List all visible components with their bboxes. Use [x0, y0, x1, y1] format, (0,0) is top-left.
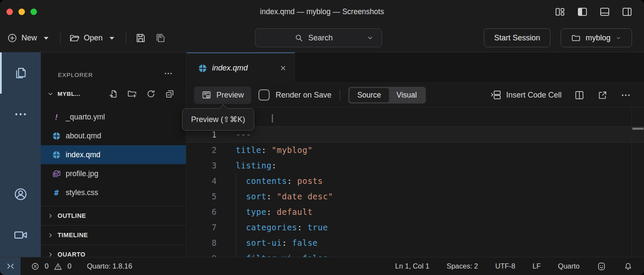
file-item-about.qmd[interactable]: about.qmd	[41, 126, 186, 145]
minimize-window-button[interactable]	[18, 9, 25, 15]
activity-item-video-camera[interactable]	[0, 214, 41, 256]
remote-indicator[interactable]	[0, 257, 21, 275]
file-item-index.qmd[interactable]: index.qmd	[41, 145, 186, 164]
indentation-setting[interactable]: Spaces: 2	[447, 262, 478, 270]
code-text: title: "myblog"	[230, 142, 313, 158]
save-button[interactable]	[135, 32, 146, 44]
section-label: TIMELINE	[58, 232, 88, 238]
workspace-tree-label: MYBL...	[58, 91, 80, 97]
visual-mode-button[interactable]: Visual	[389, 88, 425, 102]
workspace-switcher-button[interactable]: myblog	[561, 28, 632, 47]
toggle-secondary-sidebar-icon[interactable]	[621, 6, 633, 18]
close-window-button[interactable]	[6, 9, 13, 15]
start-session-button[interactable]: Start Session	[484, 28, 550, 47]
status-bar: 0 0 Quarto: 1.8.16 Ln 1, Col 1 Spaces: 2…	[0, 257, 644, 275]
code-text: categories: true	[230, 220, 328, 235]
file-label: index.qmd	[66, 150, 100, 159]
zoom-window-button[interactable]	[30, 9, 37, 15]
close-tab-icon[interactable]	[279, 64, 287, 72]
account-icon	[13, 187, 28, 202]
code-line-8[interactable]: 8 sort-ui: false	[187, 235, 644, 251]
window-controls	[6, 9, 37, 15]
code-line-1[interactable]: 1---	[187, 127, 644, 142]
activity-item-account[interactable]	[0, 174, 41, 215]
error-count: 0	[45, 262, 49, 270]
bell-icon[interactable]	[623, 262, 633, 271]
warning-icon	[54, 262, 62, 271]
refresh-icon[interactable]	[146, 89, 156, 99]
preview-button[interactable]: Preview	[194, 86, 251, 104]
insert-code-cell-label: Insert Code Cell	[506, 91, 562, 100]
search-icon	[294, 33, 304, 43]
line-number: 4	[187, 173, 230, 189]
save-all-button[interactable]	[155, 32, 166, 44]
activity-item-ellipsis[interactable]	[0, 94, 41, 135]
line-number: 6	[187, 204, 230, 220]
code-line-5[interactable]: 5 sort: "date desc"	[187, 189, 644, 204]
chevron-down-icon	[615, 35, 622, 41]
image-file-icon	[52, 169, 61, 178]
new-button[interactable]: New	[7, 33, 52, 43]
sidebar-section-timeline[interactable]: TIMELINE	[41, 225, 186, 244]
source-mode-button[interactable]: Source	[349, 88, 389, 102]
activity-item-files[interactable]	[0, 52, 41, 94]
feedback-icon[interactable]	[597, 262, 606, 271]
customize-layout-icon[interactable]	[554, 6, 566, 18]
render-on-save-checkbox[interactable]	[258, 89, 270, 101]
new-folder-icon[interactable]	[127, 89, 137, 99]
video-camera-icon	[13, 228, 28, 242]
caret-down-icon	[106, 33, 117, 43]
file-item-styles.css[interactable]: #styles.css	[41, 183, 186, 202]
quarto-version[interactable]: Quarto: 1.8.16	[87, 262, 132, 270]
sidebar-sections: OUTLINETIMELINEQUARTO	[41, 206, 186, 264]
tab-index-qmd[interactable]: index.qmd	[187, 52, 295, 83]
code-text: filter-ui: false	[230, 251, 328, 257]
code-line-3[interactable]: 3listing:	[187, 158, 644, 173]
insert-code-cell-button[interactable]: Insert Code Cell	[490, 89, 562, 101]
section-label: OUTLINE	[58, 212, 86, 219]
file-item-profile.jpg[interactable]: profile.jpg	[41, 164, 186, 183]
code-line-4[interactable]: 4 contents: posts	[187, 173, 644, 189]
line-number: 3	[187, 158, 230, 173]
eol-setting[interactable]: LF	[532, 262, 541, 270]
new-file-icon[interactable]	[108, 89, 118, 99]
chevron-down-icon[interactable]	[366, 34, 374, 42]
search-input[interactable]: Search	[255, 28, 382, 47]
code-line-7[interactable]: 7 categories: true	[187, 220, 644, 235]
problems-indicator[interactable]: 0 0	[31, 262, 71, 271]
workspace-label: myblog	[586, 34, 611, 43]
open-external-icon[interactable]	[597, 90, 608, 101]
quarto-editor-toolbar: Preview Render on Save Source Visual Ins…	[187, 83, 644, 107]
preview-tooltip: Preview (⇧⌘K)	[182, 108, 254, 131]
warning-count: 0	[67, 262, 71, 270]
sidebar-section-outline[interactable]: OUTLINE	[41, 206, 186, 225]
scrollbar-track[interactable]	[632, 107, 632, 257]
split-editor-icon[interactable]	[574, 90, 585, 101]
language-mode[interactable]: Quarto	[558, 262, 580, 270]
more-actions-icon[interactable]	[164, 69, 173, 78]
status-bar-right: Ln 1, Col 1 Spaces: 2 UTF-8 LF Quarto	[395, 262, 644, 271]
toggle-panel-icon[interactable]	[599, 6, 611, 18]
layout-buttons	[554, 6, 633, 18]
code-text: listing:	[230, 158, 277, 173]
code-line-2[interactable]: 2title: "myblog"	[187, 142, 644, 158]
code-line-9[interactable]: 9 filter-ui: false	[187, 251, 644, 257]
open-button[interactable]: Open	[69, 33, 117, 43]
more-actions-icon[interactable]	[620, 90, 631, 101]
scrollbar-thumb[interactable]	[632, 128, 644, 130]
new-button-label: New	[21, 34, 37, 43]
file-label: about.qmd	[66, 131, 101, 141]
collapse-all-icon[interactable]	[165, 89, 175, 99]
plus-circle-icon	[7, 33, 18, 43]
toggle-sidebar-icon[interactable]	[577, 6, 588, 18]
file-item-_quarto.yml[interactable]: !_quarto.yml	[41, 107, 186, 126]
file-label: profile.jpg	[66, 169, 98, 178]
cursor	[272, 114, 273, 122]
quarto-file-icon	[198, 64, 207, 73]
encoding-setting[interactable]: UTF-8	[495, 262, 516, 270]
activity-bar	[0, 52, 41, 257]
code-editor[interactable]: 1---2title: "myblog"3listing:4 contents:…	[187, 107, 644, 257]
cursor-position[interactable]: Ln 1, Col 1	[395, 262, 429, 270]
workspace-tree-header[interactable]: MYBL...	[41, 84, 186, 103]
code-line-6[interactable]: 6 type: default	[187, 204, 644, 220]
